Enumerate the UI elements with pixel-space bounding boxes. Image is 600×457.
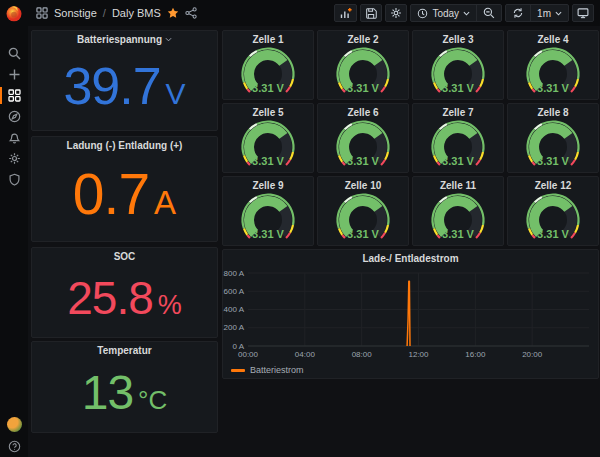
zoom-out-icon	[483, 7, 495, 19]
time-range-button[interactable]: Today	[411, 5, 476, 21]
breadcrumb-dashboard-title[interactable]: Daly BMS	[112, 7, 161, 19]
gauge-panel-zelle-7: Zelle 7 3.31 V	[412, 103, 504, 173]
refresh-button[interactable]	[506, 5, 530, 21]
help-icon	[8, 440, 21, 453]
sidebar-item-dashboards[interactable]	[0, 85, 28, 106]
clock-icon	[417, 8, 428, 19]
sidebar-item-alerting[interactable]	[0, 127, 28, 148]
avatar[interactable]	[7, 417, 22, 432]
shield-icon	[8, 173, 21, 186]
gauge-panel-zelle-5: Zelle 5 3.31 V	[222, 103, 314, 173]
stat-number: 25.8	[67, 278, 153, 319]
timeseries-panel-lade-entladestrom: Lade-/ Entladestrom 0 A0.200 A0.400 A0.6…	[222, 249, 599, 379]
refresh-icon	[512, 7, 524, 19]
stat-panel-temperatur: Temperatur 13 °C	[31, 341, 218, 433]
caret-down-icon	[555, 11, 562, 16]
svg-text:08:00: 08:00	[352, 350, 373, 359]
panel-title[interactable]: Ladung (-) Entladung (+)	[32, 137, 217, 153]
breadcrumb-separator: /	[103, 7, 106, 19]
stat-panel-soc: SOC 25.8 %	[31, 247, 218, 338]
gauge-panel-zelle-12: Zelle 12 3.31 V	[507, 176, 599, 246]
gauge-panel-zelle-2: Zelle 2 3.31 V	[317, 30, 409, 100]
stat-value: 25.8 %	[32, 264, 217, 333]
gauge-value: 3.31 V	[223, 228, 313, 240]
dashboard-settings-button[interactable]	[385, 4, 407, 22]
refresh-interval-button[interactable]: 1m	[530, 5, 568, 21]
svg-text:0.600 A: 0.600 A	[223, 287, 245, 296]
dashboards-icon	[8, 89, 21, 102]
zoom-out-button[interactable]	[476, 5, 501, 21]
panel-title[interactable]: Batteriespannung	[32, 31, 217, 47]
save-icon	[365, 7, 377, 19]
share-icon	[185, 7, 197, 19]
sidebar-item-create[interactable]	[0, 64, 28, 85]
sidebar-item-configuration[interactable]	[0, 148, 28, 169]
panel-title[interactable]: Temperatur	[32, 342, 217, 358]
panel-title[interactable]: SOC	[32, 248, 217, 264]
grafana-logo-icon[interactable]	[4, 3, 24, 23]
sidebar	[0, 0, 28, 457]
stat-panel-ladung-entladung: Ladung (-) Entladung (+) 0.7 A	[31, 136, 218, 242]
breadcrumb-folder[interactable]: Sonstige	[54, 7, 97, 19]
grafana-app: Sonstige / Daly BMS Today	[0, 0, 600, 457]
save-dashboard-button[interactable]	[360, 4, 382, 22]
stat-unit: V	[166, 79, 186, 109]
gauge-value: 3.31 V	[318, 228, 408, 240]
share-dashboard-button[interactable]	[185, 7, 197, 19]
gauge-panel-zelle-4: Zelle 4 3.31 V	[507, 30, 599, 100]
tv-mode-button[interactable]	[572, 4, 594, 22]
legend-series-label: Batteriestrom	[250, 365, 304, 375]
add-panel-icon	[339, 7, 352, 20]
gauge-value: 3.31 V	[318, 155, 408, 167]
add-panel-button[interactable]	[334, 4, 357, 22]
gauge-value: 3.31 V	[413, 82, 503, 94]
sidebar-item-search[interactable]	[0, 43, 28, 64]
monitor-icon	[577, 7, 589, 19]
panel-menu-caret-icon	[165, 37, 172, 42]
refresh-picker: 1m	[505, 4, 569, 22]
gauge-value: 3.31 V	[508, 82, 598, 94]
gear-icon	[390, 7, 402, 19]
sidebar-nav	[0, 43, 28, 190]
stat-unit: °C	[138, 387, 167, 413]
svg-text:12:00: 12:00	[408, 350, 429, 359]
sidebar-bottom	[0, 417, 28, 453]
timeseries-chart[interactable]: 0 A0.200 A0.400 A0.600 A0.800 A00:0004:0…	[223, 266, 598, 362]
stat-number: 0.7	[73, 169, 149, 220]
gauge-value: 3.31 V	[413, 155, 503, 167]
time-range-label: Today	[432, 8, 459, 19]
apps-icon	[36, 7, 48, 19]
svg-text:0.800 A: 0.800 A	[223, 269, 245, 278]
gauge-panel-zelle-11: Zelle 11 3.31 V	[412, 176, 504, 246]
svg-text:0.400 A: 0.400 A	[223, 305, 245, 314]
gauge-panel-zelle-8: Zelle 8 3.31 V	[507, 103, 599, 173]
gauge-panel-zelle-3: Zelle 3 3.31 V	[412, 30, 504, 100]
top-navbar: Sonstige / Daly BMS Today	[28, 0, 600, 26]
chart-legend-item[interactable]: Batteriestrom	[231, 365, 304, 375]
time-picker: Today	[410, 4, 502, 22]
gauge-panel-zelle-6: Zelle 6 3.31 V	[317, 103, 409, 173]
svg-text:20:00: 20:00	[522, 350, 543, 359]
stat-unit: %	[158, 292, 182, 319]
navbar-actions: Today 1m	[334, 4, 600, 22]
gauge-value: 3.31 V	[318, 82, 408, 94]
svg-text:16:00: 16:00	[465, 350, 486, 359]
gauge-value: 3.31 V	[413, 228, 503, 240]
gauge-panel-zelle-1: Zelle 1 3.31 V	[222, 30, 314, 100]
sidebar-item-server-admin[interactable]	[0, 169, 28, 190]
caret-down-icon	[463, 11, 470, 16]
plus-icon	[8, 68, 21, 81]
sidebar-item-help[interactable]	[8, 440, 21, 453]
stat-value: 13 °C	[32, 358, 217, 428]
sidebar-item-explore[interactable]	[0, 106, 28, 127]
legend-series-color	[231, 369, 245, 372]
favorite-star-button[interactable]	[167, 7, 179, 19]
stat-number: 39.7	[63, 63, 160, 110]
gauge-value: 3.31 V	[223, 82, 313, 94]
gauge-panel-zelle-10: Zelle 10 3.31 V	[317, 176, 409, 246]
gauge-value: 3.31 V	[508, 155, 598, 167]
explore-icon	[8, 110, 21, 123]
gauge-panel-zelle-9: Zelle 9 3.31 V	[222, 176, 314, 246]
breadcrumb: Sonstige / Daly BMS	[28, 7, 197, 19]
panel-title[interactable]: Lade-/ Entladestrom	[223, 250, 598, 266]
